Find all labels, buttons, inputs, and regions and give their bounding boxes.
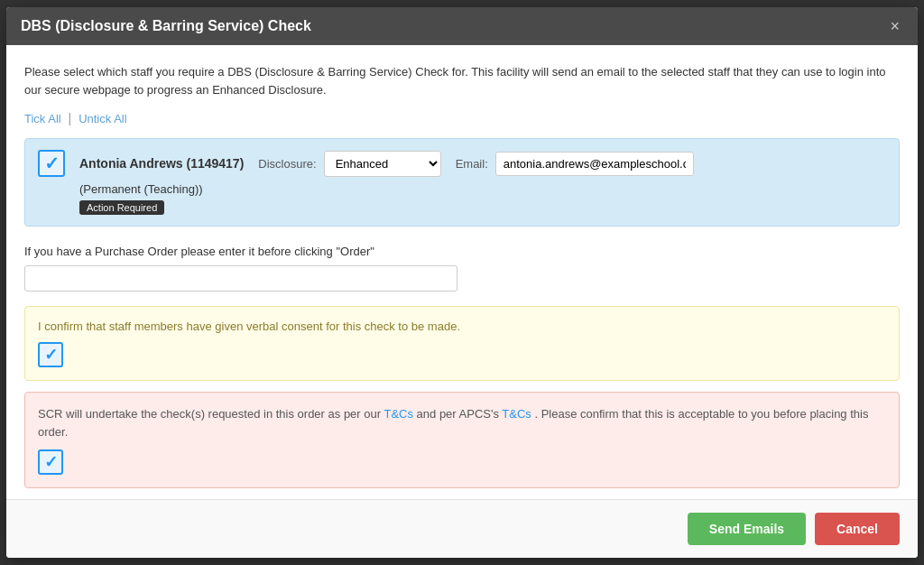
staff-position: (Permanent (Teaching)) bbox=[79, 182, 886, 196]
modal-header: DBS (Disclosure & Barring Service) Check… bbox=[6, 7, 918, 45]
modal-title: DBS (Disclosure & Barring Service) Check bbox=[21, 18, 311, 34]
staff-checkbox-wrapper: ✓ bbox=[38, 150, 65, 177]
modal-close-button[interactable]: × bbox=[886, 18, 903, 34]
tick-all-link[interactable]: Tick All bbox=[24, 112, 61, 125]
cancel-button[interactable]: Cancel bbox=[815, 513, 900, 545]
action-required-badge: Action Required bbox=[79, 200, 164, 215]
terms-checkmark-icon: ✓ bbox=[44, 452, 58, 472]
disclosure-select[interactable]: Enhanced Basic Standard bbox=[324, 151, 441, 177]
send-emails-button[interactable]: Send Emails bbox=[688, 513, 806, 545]
consent-text: I confirm that staff members have given … bbox=[38, 320, 886, 333]
purchase-order-section: If you have a Purchase Order please ente… bbox=[24, 245, 900, 292]
staff-row-bottom: (Permanent (Teaching)) Action Required bbox=[38, 182, 886, 215]
modal: DBS (Disclosure & Barring Service) Check… bbox=[6, 7, 918, 558]
checkmark-icon: ✓ bbox=[44, 154, 60, 172]
consent-checkmark-icon: ✓ bbox=[44, 345, 58, 365]
tick-links: Tick All | Untick All bbox=[24, 111, 900, 125]
email-label: Email: bbox=[456, 157, 488, 171]
terms-text-before: SCR will undertake the check(s) requeste… bbox=[38, 407, 383, 421]
staff-name: Antonia Andrews (1149417) bbox=[79, 156, 244, 171]
email-group: Email: bbox=[456, 152, 694, 176]
terms-section: SCR will undertake the check(s) requeste… bbox=[24, 392, 900, 488]
purchase-order-input[interactable] bbox=[24, 265, 457, 292]
staff-row-top: ✓ Antonia Andrews (1149417) Disclosure: … bbox=[38, 150, 886, 177]
staff-row: ✓ Antonia Andrews (1149417) Disclosure: … bbox=[24, 138, 900, 227]
modal-footer: Send Emails Cancel bbox=[6, 499, 918, 558]
disclosure-label: Disclosure: bbox=[258, 157, 316, 171]
untick-all-link[interactable]: Untick All bbox=[79, 112, 126, 125]
description-text: Please select which staff you require a … bbox=[24, 63, 900, 98]
terms-text: SCR will undertake the check(s) requeste… bbox=[38, 405, 886, 440]
purchase-order-label: If you have a Purchase Order please ente… bbox=[24, 245, 900, 258]
consent-checkbox[interactable]: ✓ bbox=[38, 342, 63, 367]
terms-text-middle: and per APCS's bbox=[417, 407, 503, 421]
modal-overlay: DBS (Disclosure & Barring Service) Check… bbox=[0, 0, 924, 565]
modal-body: Please select which staff you require a … bbox=[6, 45, 918, 499]
email-input[interactable] bbox=[495, 152, 694, 176]
disclosure-group: Disclosure: Enhanced Basic Standard bbox=[258, 151, 440, 177]
consent-section: I confirm that staff members have given … bbox=[24, 306, 900, 381]
terms-link1[interactable]: T&Cs bbox=[383, 407, 413, 421]
separator: | bbox=[69, 111, 72, 125]
terms-checkbox[interactable]: ✓ bbox=[38, 449, 63, 475]
staff-checkbox[interactable]: ✓ bbox=[38, 150, 65, 177]
terms-link2[interactable]: T&Cs bbox=[502, 407, 531, 421]
